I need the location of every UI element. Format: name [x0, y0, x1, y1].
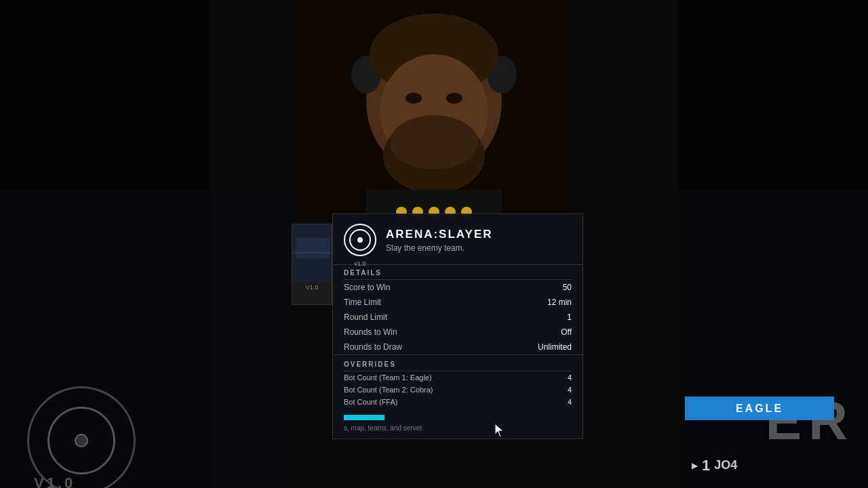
- score-to-win-row: Score to Win 50: [333, 280, 583, 295]
- thumb-version: V1.0: [292, 282, 332, 293]
- main-panel: v1.0 ARENA:SLAYER Slay the enemy team. D…: [332, 214, 583, 439]
- round-limit-label: Round Limit: [344, 312, 387, 322]
- panel-subtitle: Slay the enemy team.: [386, 243, 572, 253]
- rounds-to-win-row: Rounds to Win Off: [333, 325, 583, 340]
- bot-count-eagle-label: Bot Count (Team 1: Eagle): [344, 373, 432, 382]
- bot-count-cobra-row: Bot Count (Team 2: Cobra) 4: [333, 384, 583, 396]
- rounds-to-draw-label: Rounds to Draw: [344, 342, 402, 352]
- panel-title-area: ARENA:SLAYER Slay the enemy team.: [386, 228, 572, 253]
- bot-count-ffa-row: Bot Count (FFA) 4: [333, 396, 583, 408]
- rounds-to-win-value: Off: [561, 327, 572, 337]
- right-eagle-button[interactable]: EAGLE: [685, 396, 834, 420]
- left-bg-target-icon: [27, 386, 136, 488]
- details-section-header: DETAILS: [333, 264, 583, 279]
- right-player-name: JO4: [714, 458, 737, 472]
- blue-bar: [344, 415, 384, 420]
- left-bg-target-inner: [47, 407, 115, 474]
- bot-count-eagle-row: Bot Count (Team 1: Eagle) 4: [333, 371, 583, 384]
- right-rank: 1: [702, 457, 710, 474]
- svg-point-9: [390, 115, 478, 169]
- bot-count-ffa-value: 4: [568, 398, 572, 406]
- time-limit-value: 12 min: [547, 298, 572, 307]
- time-limit-label: Time Limit: [344, 298, 381, 307]
- rounds-to-draw-row: Rounds to Draw Unlimited: [333, 340, 583, 354]
- rounds-to-win-label: Rounds to Win: [344, 327, 397, 337]
- left-bg-panel: V1.0 DETAILS Score to Win 50 Time Limit …: [0, 190, 298, 488]
- thumb-panel: V1.0: [292, 224, 332, 305]
- svg-rect-12: [296, 238, 330, 258]
- right-arrow-icon: ▶: [692, 461, 698, 470]
- bot-count-ffa-label: Bot Count (FFA): [344, 398, 397, 406]
- right-eagle-label: EAGLE: [736, 403, 783, 415]
- bot-count-cobra-value: 4: [568, 386, 572, 394]
- arena-icon: v1.0: [344, 224, 376, 256]
- panel-version: v1.0: [354, 260, 366, 267]
- arena-icon-inner: [349, 229, 371, 251]
- panel-header: v1.0 ARENA:SLAYER Slay the enemy team.: [333, 214, 583, 263]
- score-to-win-label: Score to Win: [344, 283, 391, 292]
- arena-icon-dot: [357, 237, 363, 243]
- panel-title: ARENA:SLAYER: [386, 228, 572, 241]
- bot-count-eagle-value: 4: [568, 373, 572, 382]
- svg-point-7: [446, 93, 462, 104]
- footer-text: s, map, teams, and server.: [344, 424, 572, 432]
- left-bg-target-dot: [75, 434, 88, 447]
- right-eagle-player-row: ▶ 1 JO4: [692, 453, 854, 477]
- overrides-section-header: OVERRIDES: [333, 354, 583, 371]
- thumb-image: [292, 224, 332, 282]
- rounds-to-draw-value: Unlimited: [538, 342, 572, 352]
- svg-point-6: [406, 93, 422, 104]
- webcam-area: [298, 0, 570, 217]
- webcam-face: [298, 0, 570, 217]
- left-bg-version: V1.0: [34, 474, 75, 488]
- panel-footer: s, map, teams, and server.: [333, 408, 583, 432]
- time-limit-row: Time Limit 12 min: [333, 295, 583, 310]
- score-to-win-value: 50: [563, 283, 572, 292]
- bot-count-cobra-label: Bot Count (Team 2: Cobra): [344, 386, 433, 394]
- round-limit-row: Round Limit 1: [333, 310, 583, 325]
- round-limit-value: 1: [567, 312, 572, 322]
